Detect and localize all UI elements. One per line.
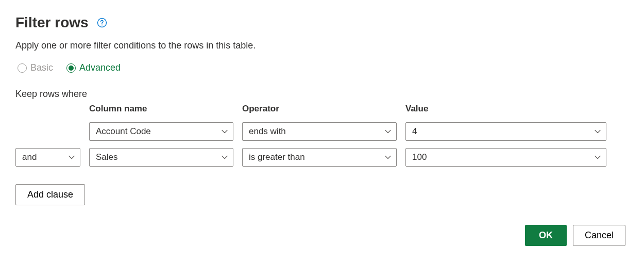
chevron-down-icon (221, 153, 229, 161)
chevron-down-icon (594, 127, 602, 136)
help-icon[interactable] (97, 18, 107, 28)
col-header-value: Value (405, 104, 606, 115)
column-select-value: Account Code (96, 126, 151, 137)
svg-point-1 (101, 24, 103, 25)
radio-advanced[interactable]: Advanced (66, 62, 121, 73)
add-clause-button[interactable]: Add clause (15, 184, 85, 205)
chevron-down-icon (384, 153, 392, 161)
mode-radio-group: Basic Advanced (15, 62, 629, 73)
keep-rows-label: Keep rows where (15, 89, 629, 100)
logic-select[interactable]: and (15, 148, 80, 167)
chevron-down-icon (67, 153, 76, 161)
filter-grid: Column name Operator Value Account Code … (15, 104, 629, 167)
grid-spacer (15, 132, 80, 132)
col-header-operator: Operator (242, 104, 397, 115)
operator-select-value: ends with (249, 126, 286, 137)
page-subtitle: Apply one or more filter conditions to t… (15, 40, 629, 51)
column-select-value: Sales (96, 152, 118, 162)
chevron-down-icon (221, 127, 229, 136)
value-select[interactable]: 100 (405, 148, 606, 167)
grid-spacer (15, 109, 80, 110)
logic-select-value: and (22, 152, 37, 162)
column-select[interactable]: Sales (89, 148, 233, 167)
operator-select[interactable]: ends with (242, 122, 397, 141)
radio-circle-icon (66, 63, 76, 73)
value-select-value: 4 (412, 126, 417, 137)
radio-basic[interactable]: Basic (18, 62, 53, 73)
col-header-column: Column name (89, 104, 233, 115)
operator-select-value: is greater than (249, 152, 305, 162)
radio-advanced-label: Advanced (79, 62, 121, 73)
radio-basic-label: Basic (30, 62, 53, 73)
column-select[interactable]: Account Code (89, 122, 233, 141)
value-select[interactable]: 4 (405, 122, 606, 141)
radio-circle-icon (18, 63, 27, 73)
ok-button[interactable]: OK (525, 225, 567, 246)
chevron-down-icon (594, 153, 602, 161)
page-title: Filter rows (15, 14, 89, 31)
operator-select[interactable]: is greater than (242, 148, 397, 167)
chevron-down-icon (384, 127, 392, 136)
cancel-button[interactable]: Cancel (573, 225, 625, 246)
value-select-value: 100 (412, 152, 427, 162)
